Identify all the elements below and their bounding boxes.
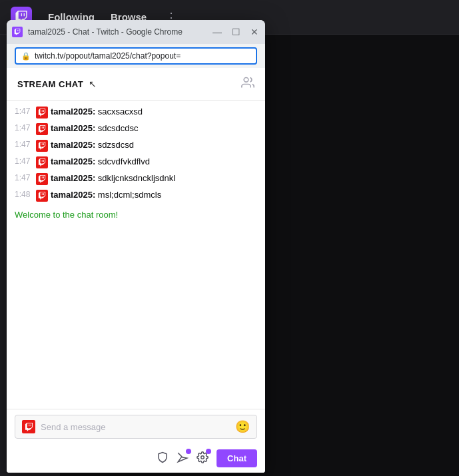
msg-username-0: tamal2025 [51, 107, 93, 117]
msg-content-0: sacxsacxsd [98, 107, 143, 117]
chrome-minimize-button[interactable]: — [212, 27, 223, 37]
chat-toolbar: Chat [7, 444, 265, 473]
msg-content-3: sdcvdfvkdflvd [98, 156, 150, 166]
chrome-close-button[interactable]: ✕ [249, 27, 260, 37]
chrome-tab-title: tamal2025 - Chat - Twitch - Google Chrom… [28, 27, 207, 37]
chrome-urlbar-row: 🔒 twitch.tv/popout/tamal2025/chat?popout… [7, 44, 265, 68]
chrome-titlebar: tamal2025 - Chat - Twitch - Google Chrom… [7, 20, 265, 44]
msg-time-3: 1:47 [15, 156, 33, 167]
chat-placeholder: Send a message [41, 422, 230, 432]
msg-content-2: sdzsdcsd [98, 140, 134, 150]
stream-chat-label: STREAM CHAT [17, 79, 83, 89]
emoji-button[interactable]: 🙂 [235, 419, 250, 434]
bits-icon[interactable] [177, 451, 189, 466]
url-text: twitch.tv/popout/tamal2025/chat?popout= [35, 51, 250, 61]
msg-time-2: 1:47 [15, 139, 33, 150]
chat-message-2: 1:47 tamal2025: sdzsdcsd [15, 139, 257, 152]
chrome-popup-window: tamal2025 - Chat - Twitch - Google Chrom… [7, 20, 265, 473]
msg-badge-5 [36, 190, 48, 202]
chrome-favicon [12, 27, 23, 37]
chat-message-3: 1:47 tamal2025: sdcvdfvkdflvd [15, 156, 257, 168]
chat-messages-area: 1:47 tamal2025: sacxsacxsd 1:47 tamal202… [7, 101, 265, 409]
msg-username-2: tamal2025 [51, 140, 93, 150]
chat-send-button[interactable]: Chat [217, 449, 257, 467]
msg-badge-4 [36, 173, 48, 185]
settings-badge [206, 449, 211, 454]
msg-time-5: 1:48 [15, 189, 33, 200]
chrome-window-controls: — ☐ ✕ [212, 27, 260, 37]
svg-point-0 [244, 78, 248, 83]
chat-message-4: 1:47 tamal2025: sdkljcnksdnckljsdnkl [15, 172, 257, 185]
lock-icon: 🔒 [21, 52, 31, 61]
bits-badge [186, 449, 191, 454]
chat-message-0: 1:47 tamal2025: sacxsacxsd [15, 106, 257, 119]
msg-badge-2 [36, 140, 48, 152]
shield-icon[interactable] [157, 451, 169, 466]
msg-badge-1 [36, 123, 48, 135]
chat-header: STREAM CHAT ↖ [7, 68, 265, 101]
msg-username-1: tamal2025 [51, 123, 93, 133]
msg-time-0: 1:47 [15, 106, 33, 117]
twitch-favicon-icon [14, 29, 21, 35]
chat-input-box[interactable]: Send a message 🙂 [15, 415, 257, 439]
msg-username-3: tamal2025 [51, 156, 93, 166]
chat-window: STREAM CHAT ↖ 1:47 tamal2025: sacxsacxsd [7, 68, 265, 473]
msg-badge-3 [36, 156, 48, 168]
msg-badge-0 [36, 107, 48, 119]
msg-time-1: 1:47 [15, 122, 33, 134]
settings-icon[interactable] [197, 451, 209, 466]
cursor-icon: ↖ [89, 79, 97, 89]
welcome-message: Welcome to the chat room! [15, 207, 257, 222]
chat-input-badge [22, 420, 35, 433]
msg-time-4: 1:47 [15, 172, 33, 184]
msg-content-5: msl;dcml;sdmcls [98, 190, 161, 200]
msg-content-4: sdkljcnksdnckljsdnkl [98, 173, 175, 183]
msg-content-1: sdcsdcdsc [98, 123, 139, 133]
msg-username-5: tamal2025 [51, 190, 93, 200]
chat-input-area: Send a message 🙂 [7, 409, 265, 444]
chrome-urlbar[interactable]: 🔒 twitch.tv/popout/tamal2025/chat?popout… [15, 47, 257, 65]
chat-users-icon[interactable] [241, 76, 254, 92]
msg-username-4: tamal2025 [51, 173, 93, 183]
chat-message-5: 1:48 tamal2025: msl;dcml;sdmcls [15, 189, 257, 202]
svg-point-1 [201, 455, 205, 459]
chat-message-1: 1:47 tamal2025: sdcsdcdsc [15, 122, 257, 135]
chrome-maximize-button[interactable]: ☐ [230, 27, 241, 37]
